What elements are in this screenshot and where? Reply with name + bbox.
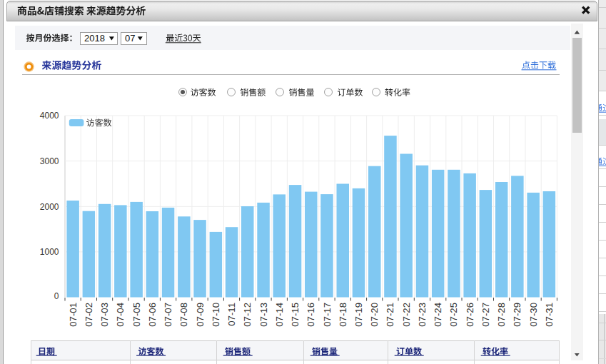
svg-text:2000: 2000 xyxy=(40,202,59,212)
svg-text:07-17: 07-17 xyxy=(322,303,333,327)
svg-text:07-27: 07-27 xyxy=(480,303,491,327)
svg-text:07-02: 07-02 xyxy=(84,303,94,327)
svg-text:07-19: 07-19 xyxy=(353,303,364,327)
svg-text:07-14: 07-14 xyxy=(274,303,285,327)
svg-text:4000: 4000 xyxy=(40,111,59,121)
svg-text:07-30: 07-30 xyxy=(528,303,539,327)
svg-text:3000: 3000 xyxy=(40,156,59,166)
svg-text:07-03: 07-03 xyxy=(99,303,110,327)
svg-text:07-04: 07-04 xyxy=(115,303,126,327)
svg-text:07-05: 07-05 xyxy=(131,303,142,327)
svg-text:07-28: 07-28 xyxy=(496,303,507,327)
svg-text:07-09: 07-09 xyxy=(195,303,206,327)
svg-text:07-24: 07-24 xyxy=(433,303,443,327)
svg-text:1000: 1000 xyxy=(40,247,59,257)
svg-text:07-07: 07-07 xyxy=(163,303,173,327)
svg-text:07-26: 07-26 xyxy=(465,303,475,327)
svg-text:07-25: 07-25 xyxy=(448,303,459,327)
svg-text:07-06: 07-06 xyxy=(147,303,158,327)
svg-text:07-21: 07-21 xyxy=(385,303,395,327)
svg-text:0: 0 xyxy=(54,291,59,301)
svg-text:07-18: 07-18 xyxy=(338,303,348,327)
svg-text:07-29: 07-29 xyxy=(512,303,522,327)
svg-text:07-08: 07-08 xyxy=(178,303,189,327)
svg-text:07-15: 07-15 xyxy=(290,303,301,327)
svg-text:07-31: 07-31 xyxy=(544,303,555,327)
svg-text:07-16: 07-16 xyxy=(305,303,316,327)
svg-text:07-23: 07-23 xyxy=(417,303,428,327)
svg-text:07-11: 07-11 xyxy=(226,303,237,326)
svg-text:07-13: 07-13 xyxy=(258,303,269,327)
svg-text:07-01: 07-01 xyxy=(68,303,79,327)
svg-text:07-20: 07-20 xyxy=(369,303,380,327)
svg-text:07-12: 07-12 xyxy=(242,303,253,327)
svg-text:07-10: 07-10 xyxy=(211,303,221,327)
svg-text:07-22: 07-22 xyxy=(401,303,412,327)
